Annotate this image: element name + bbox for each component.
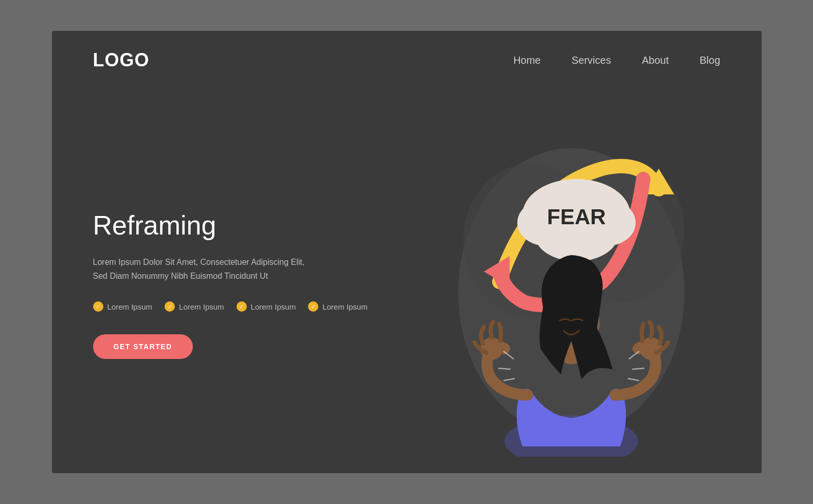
left-section: Reframing Lorem Ipsum Dolor Sit Amet, Co… — [93, 102, 422, 457]
check-icon-1: ✓ — [93, 301, 103, 312]
hero-heading: Reframing — [93, 210, 422, 241]
logo: LOGO — [93, 49, 150, 71]
navigation: Home Services About Blog — [513, 55, 720, 66]
check-item-2: ✓ Lorem Ipsum — [165, 301, 224, 312]
check-label-3: Lorem Ipsum — [251, 302, 296, 311]
check-item-4: ✓ Lorem Ipsum — [308, 301, 368, 312]
main-content: Reframing Lorem Ipsum Dolor Sit Amet, Co… — [52, 71, 762, 457]
hero-illustration: FEAR — [438, 86, 705, 457]
checkmarks-list: ✓ Lorem Ipsum ✓ Lorem Ipsum ✓ Lorem Ipsu… — [93, 301, 422, 312]
check-label-1: Lorem Ipsum — [107, 302, 153, 311]
header: LOGO Home Services About Blog — [52, 31, 762, 71]
hero-description: Lorem Ipsum Dolor Sit Amet, Consectetuer… — [93, 255, 319, 283]
get-started-button[interactable]: GET STARTED — [93, 334, 193, 359]
nav-services[interactable]: Services — [572, 55, 611, 66]
check-label-2: Lorem Ipsum — [179, 302, 224, 311]
page-wrapper: LOGO Home Services About Blog Reframing … — [52, 31, 762, 473]
check-label-4: Lorem Ipsum — [322, 302, 368, 311]
nav-blog[interactable]: Blog — [699, 55, 720, 66]
check-icon-3: ✓ — [237, 301, 247, 312]
check-item-1: ✓ Lorem Ipsum — [93, 301, 153, 312]
nav-home[interactable]: Home — [513, 55, 540, 66]
check-icon-4: ✓ — [308, 301, 318, 312]
illustration-section: FEAR — [422, 102, 720, 457]
check-icon-2: ✓ — [165, 301, 175, 312]
check-item-3: ✓ Lorem Ipsum — [237, 301, 296, 312]
svg-text:FEAR: FEAR — [547, 205, 605, 229]
nav-about[interactable]: About — [642, 55, 669, 66]
